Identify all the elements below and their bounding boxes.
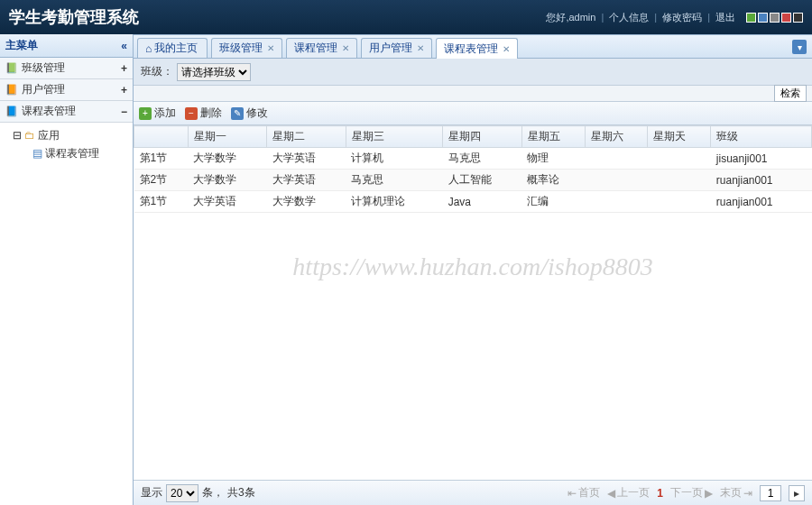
table-cell: 大学数学 [188,148,267,170]
table-header-row: 星期一星期二星期三星期四星期五星期六星期天班级 [134,126,812,148]
app-header: 学生考勤管理系统 您好,admin | 个人信息 | 修改密码 | 退出 [0,0,812,34]
delete-icon: − [185,107,198,120]
edit-button[interactable]: ✎修改 [231,106,268,121]
table-cell: 第2节 [134,170,189,191]
column-header[interactable]: 星期五 [521,126,585,148]
table-cell: 第1节 [134,148,189,170]
table-cell: 汇编 [521,191,585,213]
column-header[interactable]: 星期天 [648,126,711,148]
swatch-dark[interactable] [793,13,803,23]
next-page-button[interactable]: 下一页▶ [670,485,713,500]
expand-icon[interactable]: + [121,62,127,75]
link-profile[interactable]: 个人信息 [609,11,649,24]
edit-icon: ✎ [231,107,244,120]
class-select[interactable]: 请选择班级 [177,63,251,81]
table-cell [648,148,711,170]
prev-icon: ◀ [607,487,615,500]
column-header[interactable]: 星期一 [188,126,267,148]
table-cell: 大学英语 [267,148,346,170]
sidebar-title: 主菜单 [5,38,38,53]
table-cell [585,170,648,191]
expand-icon[interactable]: + [121,84,127,96]
sidebar-item-class[interactable]: 📗班级管理 + [0,58,133,79]
page-input[interactable] [760,485,781,501]
pager-left: 显示 20 条， 共3条 [141,484,255,502]
page-size-select[interactable]: 20 [166,484,198,502]
tabs-menu-icon[interactable]: ▾ [792,40,807,54]
tab-user[interactable]: 用户管理 ✕ [361,38,432,58]
table-cell: 大学英语 [267,170,346,191]
folder-icon: 📙 [5,84,18,96]
go-button[interactable]: ▸ [789,485,805,501]
link-password[interactable]: 修改密码 [662,11,702,24]
toolbar: +添加 −删除 ✎修改 [134,102,812,125]
current-page: 1 [657,487,663,500]
sidebar-item-label: 用户管理 [22,82,65,97]
tab-bar: ⌂我的主页 班级管理 ✕ 课程管理 ✕ 用户管理 ✕ 课程表管理 ✕ ▾ [134,35,812,59]
link-logout[interactable]: 退出 [715,11,735,24]
table-cell: jisuanji001 [711,148,812,170]
home-icon: ⌂ [145,42,152,55]
sidebar-item-user[interactable]: 📙用户管理 + [0,79,133,101]
swatch-gray[interactable] [770,13,780,23]
search-button[interactable]: 检索 [774,85,807,102]
column-header[interactable]: 星期六 [585,126,648,148]
table-cell: 计算机 [346,148,442,170]
table-cell: Java [443,191,522,213]
header-right: 您好,admin | 个人信息 | 修改密码 | 退出 [546,11,803,24]
sidebar-item-schedule[interactable]: 📘课程表管理 − [0,101,133,123]
close-icon[interactable]: ✕ [342,43,349,53]
table-cell: 计算机理论 [346,191,442,213]
table-cell: ruanjian001 [711,191,812,213]
collapse-icon[interactable]: − [121,106,127,118]
column-header[interactable] [134,126,189,148]
table-cell: 马克思 [443,148,522,170]
first-icon: ⇤ [567,487,577,500]
tab-label: 我的主页 [154,41,198,56]
tab-home[interactable]: ⌂我的主页 [137,38,208,58]
pager-total: 共3条 [227,485,255,500]
column-header[interactable]: 星期二 [267,126,346,148]
table-cell: 第1节 [134,191,189,213]
tab-class[interactable]: 班级管理 ✕ [211,38,282,58]
pager-unit: 条， [202,485,224,500]
column-header[interactable]: 星期四 [443,126,522,148]
table-cell [585,148,648,170]
swatch-green[interactable] [746,13,756,23]
last-page-button[interactable]: 末页⇥ [720,485,752,500]
pager: 显示 20 条， 共3条 ⇤首页 ◀上一页 1 下一页▶ 末页⇥ ▸ [134,480,812,505]
sub-bar: 检索 [134,86,812,102]
table-row[interactable]: 第1节大学数学大学英语计算机马克思物理jisuanji001 [134,148,812,170]
tree-node-app[interactable]: ⊟ 🗀 应用 [13,126,133,144]
add-icon: + [139,107,152,120]
minus-box-icon: ⊟ [13,129,22,142]
prev-page-button[interactable]: ◀上一页 [607,485,650,500]
folder-open-icon: 🗀 [24,129,35,142]
close-icon[interactable]: ✕ [267,43,274,53]
swatch-blue[interactable] [758,13,768,23]
tree-label: 课程表管理 [45,146,99,161]
table-row[interactable]: 第1节大学英语大学数学计算机理论Java汇编ruanjian001 [134,191,812,213]
tab-course[interactable]: 课程管理 ✕ [286,38,357,58]
column-header[interactable]: 星期三 [346,126,442,148]
swatch-red[interactable] [781,13,791,23]
close-icon[interactable]: ✕ [503,44,510,54]
delete-button[interactable]: −删除 [185,106,222,121]
tree-node-leaf[interactable]: ▤ 课程表管理 [13,144,133,162]
first-page-button[interactable]: ⇤首页 [567,485,600,500]
tab-label: 用户管理 [369,41,412,56]
add-button[interactable]: +添加 [139,106,176,121]
tree-label: 应用 [38,128,60,143]
sidebar-item-label: 班级管理 [22,60,65,76]
sidebar-header: 主菜单 « [0,34,133,58]
main-panel: ⌂我的主页 班级管理 ✕ 课程管理 ✕ 用户管理 ✕ 课程表管理 ✕ ▾ 班级： [134,34,812,505]
theme-swatches [746,13,803,23]
column-header[interactable]: 班级 [711,126,812,148]
welcome-text: 您好,admin [546,11,595,24]
table-row[interactable]: 第2节大学数学大学英语马克思人工智能概率论ruanjian001 [134,170,812,191]
tab-schedule[interactable]: 课程表管理 ✕ [436,38,518,59]
sidebar-tree: ⊟ 🗀 应用 ▤ 课程表管理 [0,123,133,166]
close-icon[interactable]: ✕ [417,43,424,53]
collapse-icon[interactable]: « [121,40,127,52]
table-cell: 大学数学 [188,170,267,191]
